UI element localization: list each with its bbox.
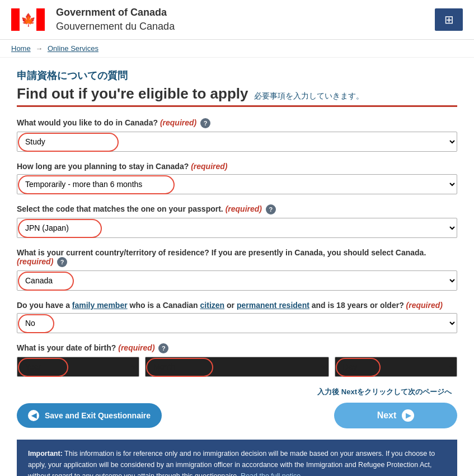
question-6: What is your date of birth? (required) ?… xyxy=(17,343,457,377)
q5-select-wrapper: No Yes xyxy=(17,313,457,333)
q6-label: What is your date of birth? (required) ? xyxy=(17,343,457,353)
save-label: Save and Exit Questionnaire xyxy=(45,411,151,420)
read-full-notice-link[interactable]: Read the full notice xyxy=(241,472,301,476)
q4-select-wrapper: Canada Japan United States xyxy=(17,270,457,291)
q1-label: What would you like to do in Canada? (re… xyxy=(17,118,457,128)
q3-select[interactable]: JPN (Japan) USA (United States) GBR (Uni… xyxy=(17,218,457,238)
important-text: This information is for reference only a… xyxy=(28,450,435,476)
dob-month-wrapper: Month xyxy=(145,357,329,377)
q3-label: Select the code that matches the one on … xyxy=(17,204,457,214)
q1-required: (required) xyxy=(160,118,196,127)
annotation-next: 入力後 Nextをクリックして次のページへ xyxy=(17,387,457,397)
title-note-japanese: 必要事項を入力していきます。 xyxy=(254,91,364,101)
q1-select[interactable]: Study Work Visit Other xyxy=(17,132,457,152)
important-notice: Important: This information is for refer… xyxy=(17,440,457,476)
dob-day-select[interactable]: Day xyxy=(335,357,457,377)
dob-row: Year Month Day xyxy=(17,357,457,377)
breadcrumb-arrow: → xyxy=(35,44,43,53)
q5-select[interactable]: No Yes xyxy=(17,313,457,333)
question-2: How long are you planning to stay in Can… xyxy=(17,162,457,194)
citizen-link[interactable]: citizen xyxy=(200,301,225,310)
question-4: What is your current country/territory o… xyxy=(17,248,457,291)
svg-rect-0 xyxy=(11,8,20,31)
q4-help-icon[interactable]: ? xyxy=(57,257,67,267)
menu-icon: ⊞ xyxy=(444,13,454,26)
q3-select-wrapper: JPN (Japan) USA (United States) GBR (Uni… xyxy=(17,218,457,238)
main-content: 申請資格についての質問 Find out if you're eligible … xyxy=(0,58,474,476)
breadcrumb-home[interactable]: Home xyxy=(11,44,31,53)
q6-help-icon[interactable]: ? xyxy=(158,343,168,353)
save-exit-button[interactable]: ◀ Save and Exit Questionnaire xyxy=(17,403,162,428)
q6-required: (required) xyxy=(118,343,154,352)
dob-day-wrapper: Day xyxy=(335,357,457,377)
next-label: Next xyxy=(377,410,397,421)
breadcrumb: Home → Online Services xyxy=(0,40,474,58)
svg-rect-1 xyxy=(36,8,45,31)
family-member-link[interactable]: family member xyxy=(72,301,128,310)
q4-label: What is your current country/territory o… xyxy=(17,248,457,267)
menu-button[interactable]: ⊞ xyxy=(435,8,463,31)
q1-help-icon[interactable]: ? xyxy=(200,118,210,128)
question-5: Do you have a family member who is a Can… xyxy=(17,301,457,333)
canada-flag-logo: 🍁 xyxy=(11,8,45,31)
subtitle-japanese: 申請資格についての質問 xyxy=(17,69,457,82)
q2-required: (required) xyxy=(191,162,227,171)
buttons-row: ◀ Save and Exit Questionnaire Next ▶ xyxy=(17,403,457,428)
header-left: 🍁 Government of Canada Gouvernement du C… xyxy=(11,6,175,34)
q4-select[interactable]: Canada Japan United States xyxy=(17,270,457,291)
dob-month-select[interactable]: Month xyxy=(145,357,329,377)
breadcrumb-online-services[interactable]: Online Services xyxy=(48,44,98,53)
q2-select-wrapper: Temporarily - more than 6 months Tempora… xyxy=(17,174,457,194)
q1-select-wrapper: Study Work Visit Other xyxy=(17,132,457,152)
next-button[interactable]: Next ▶ xyxy=(334,403,457,428)
main-title: Find out if you're eligible to apply xyxy=(17,85,248,102)
q5-label: Do you have a family member who is a Can… xyxy=(17,301,457,310)
question-1: What would you like to do in Canada? (re… xyxy=(17,118,457,152)
title-row: Find out if you're eligible to apply 必要事… xyxy=(17,85,457,102)
q3-help-icon[interactable]: ? xyxy=(266,204,276,214)
important-bold: Important: xyxy=(28,450,63,458)
gov-name-english: Government of Canada xyxy=(56,6,175,20)
title-divider xyxy=(17,105,457,107)
q4-required: (required) xyxy=(17,257,53,266)
gov-name-french: Gouvernement du Canada xyxy=(56,20,175,34)
question-3: Select the code that matches the one on … xyxy=(17,204,457,238)
q3-required: (required) xyxy=(226,204,262,213)
q5-required: (required) xyxy=(406,301,443,310)
save-icon: ◀ xyxy=(28,410,39,421)
dob-year-wrapper: Year xyxy=(17,357,139,377)
permanent-resident-link[interactable]: permanent resident xyxy=(237,301,309,310)
svg-text:🍁: 🍁 xyxy=(21,12,36,27)
next-icon: ▶ xyxy=(402,409,414,422)
header: 🍁 Government of Canada Gouvernement du C… xyxy=(0,0,474,40)
q2-label: How long are you planning to stay in Can… xyxy=(17,162,457,171)
government-name: Government of Canada Gouvernement du Can… xyxy=(56,6,175,34)
dob-year-select[interactable]: Year xyxy=(17,357,139,377)
q2-select[interactable]: Temporarily - more than 6 months Tempora… xyxy=(17,174,457,194)
